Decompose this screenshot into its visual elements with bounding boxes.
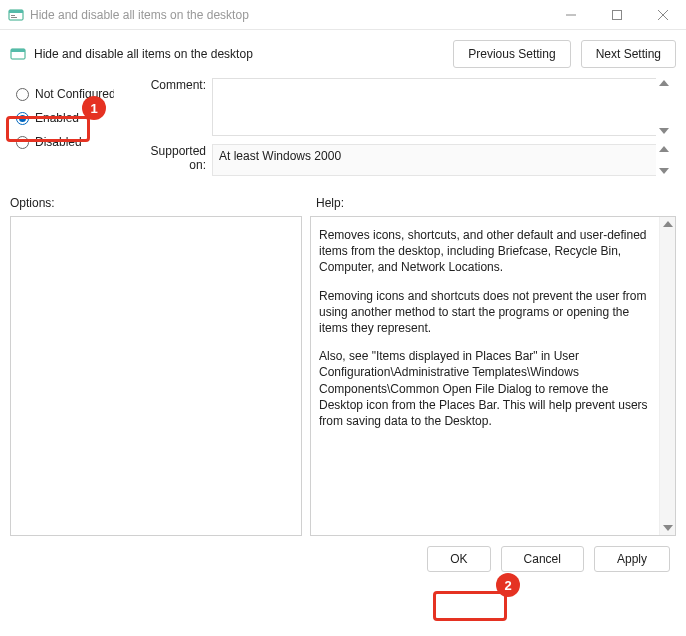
annotation-highlight-2 — [433, 591, 507, 621]
window-title: Hide and disable all items on the deskto… — [30, 8, 249, 22]
svg-marker-14 — [663, 221, 673, 227]
svg-rect-9 — [11, 49, 25, 52]
maximize-button[interactable] — [594, 0, 640, 30]
supported-on-label: Supported on: — [132, 144, 212, 176]
annotation-badge-2: 2 — [496, 573, 520, 597]
header-title: Hide and disable all items on the deskto… — [34, 47, 453, 61]
svg-rect-5 — [613, 10, 622, 19]
supported-on-value: At least Windows 2000 — [212, 144, 656, 176]
svg-marker-10 — [659, 80, 669, 86]
cancel-button[interactable]: Cancel — [501, 546, 584, 572]
scroll-down-icon — [656, 128, 672, 134]
help-label: Help: — [310, 196, 672, 210]
radio-disabled[interactable]: Disabled — [14, 130, 114, 154]
scroll-up-icon — [656, 146, 672, 152]
svg-rect-2 — [11, 15, 15, 16]
svg-marker-11 — [659, 128, 669, 134]
svg-marker-12 — [659, 146, 669, 152]
footer: OK Cancel Apply — [0, 536, 686, 582]
options-label: Options: — [10, 196, 310, 210]
minimize-button[interactable] — [548, 0, 594, 30]
svg-marker-15 — [663, 525, 673, 531]
next-setting-button[interactable]: Next Setting — [581, 40, 676, 68]
radio-icon — [16, 112, 29, 125]
titlebar: Hide and disable all items on the deskto… — [0, 0, 686, 30]
options-panel — [10, 216, 302, 536]
comment-input[interactable] — [212, 78, 656, 136]
radio-icon — [16, 88, 29, 101]
apply-button[interactable]: Apply — [594, 546, 670, 572]
radio-icon — [16, 136, 29, 149]
scroll-down-icon — [656, 168, 672, 174]
header: Hide and disable all items on the deskto… — [0, 30, 686, 74]
help-panel: Removes icons, shortcuts, and other defa… — [310, 216, 676, 536]
policy-icon — [10, 46, 26, 62]
annotation-badge-1: 1 — [82, 96, 106, 120]
scroll-down-icon — [660, 525, 675, 531]
help-paragraph: Also, see "Items displayed in Places Bar… — [319, 348, 651, 429]
radio-label: Disabled — [35, 135, 82, 149]
help-paragraph: Removing icons and shortcuts does not pr… — [319, 288, 651, 337]
scroll-up-icon — [656, 80, 672, 86]
window-icon — [8, 7, 24, 23]
scrollbar[interactable] — [659, 217, 675, 535]
svg-rect-1 — [9, 10, 23, 13]
close-button[interactable] — [640, 0, 686, 30]
previous-setting-button[interactable]: Previous Setting — [453, 40, 570, 68]
ok-button[interactable]: OK — [427, 546, 490, 572]
section-labels: Options: Help: — [0, 182, 686, 216]
scroll-up-icon — [660, 221, 675, 227]
scrollbar[interactable] — [656, 78, 672, 136]
help-paragraph: Removes icons, shortcuts, and other defa… — [319, 227, 651, 276]
scrollbar[interactable] — [656, 144, 672, 176]
comment-label: Comment: — [132, 78, 212, 136]
panels: Removes icons, shortcuts, and other defa… — [0, 216, 686, 536]
upper-panel: Not Configured Enabled Disabled Comment:… — [0, 74, 686, 182]
svg-marker-13 — [659, 168, 669, 174]
radio-label: Enabled — [35, 111, 79, 125]
svg-rect-3 — [11, 17, 17, 18]
